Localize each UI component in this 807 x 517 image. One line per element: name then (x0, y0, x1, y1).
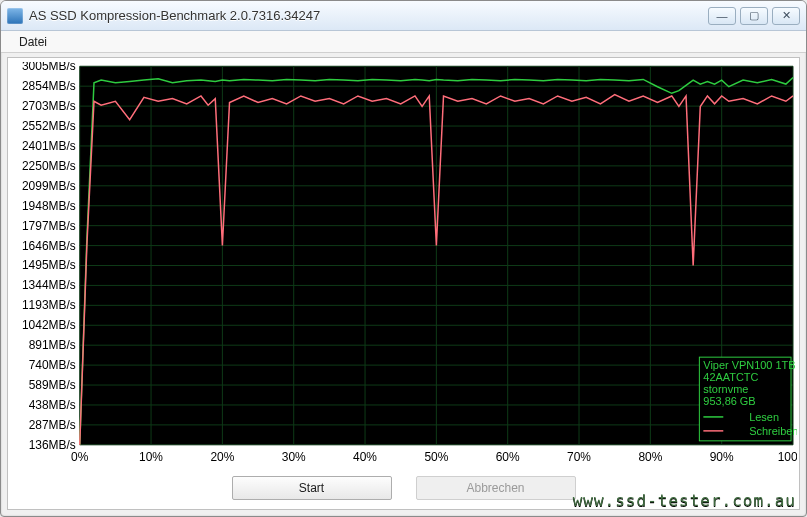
x-tick-label: 10% (139, 450, 163, 464)
y-tick-label: 891MB/s (29, 338, 76, 352)
y-tick-label: 136MB/s (29, 438, 76, 452)
abort-button: Abbrechen (416, 476, 576, 500)
content-panel: 3005MB/s2854MB/s2703MB/s2552MB/s2401MB/s… (7, 57, 800, 510)
x-tick-label: 60% (496, 450, 520, 464)
info-driver: stornvme (703, 383, 748, 395)
y-tick-label: 1042MB/s (22, 318, 76, 332)
window-title: AS SSD Kompression-Benchmark 2.0.7316.34… (29, 8, 708, 23)
info-box: Viper VPN100 1TB 42AATCTC stornvme 953,8… (699, 357, 797, 441)
compression-chart: 3005MB/s2854MB/s2703MB/s2552MB/s2401MB/s… (10, 62, 797, 471)
chart-area: 3005MB/s2854MB/s2703MB/s2552MB/s2401MB/s… (10, 62, 797, 471)
close-button[interactable]: ✕ (772, 7, 800, 25)
x-axis: 0%10%20%30%40%50%60%70%80%90%100% (71, 450, 797, 464)
y-tick-label: 1797MB/s (22, 219, 76, 233)
app-window: AS SSD Kompression-Benchmark 2.0.7316.34… (0, 0, 807, 517)
x-tick-label: 100% (778, 450, 797, 464)
y-tick-label: 1193MB/s (22, 298, 76, 312)
x-tick-label: 70% (567, 450, 591, 464)
y-tick-label: 438MB/s (29, 398, 76, 412)
y-tick-label: 1495MB/s (22, 258, 76, 272)
x-tick-label: 30% (282, 450, 306, 464)
y-tick-label: 287MB/s (29, 418, 76, 432)
info-model: Viper VPN100 1TB (703, 359, 795, 371)
y-tick-label: 2552MB/s (22, 119, 76, 133)
y-axis: 3005MB/s2854MB/s2703MB/s2552MB/s2401MB/s… (22, 62, 76, 452)
y-tick-label: 3005MB/s (22, 62, 76, 73)
y-tick-label: 2854MB/s (22, 79, 76, 93)
x-tick-label: 0% (71, 450, 89, 464)
y-tick-label: 2401MB/s (22, 139, 76, 153)
y-tick-label: 2099MB/s (22, 179, 76, 193)
y-tick-label: 1344MB/s (22, 278, 76, 292)
x-tick-label: 90% (710, 450, 734, 464)
y-tick-label: 589MB/s (29, 378, 76, 392)
x-tick-label: 20% (210, 450, 234, 464)
menubar: Datei (1, 31, 806, 53)
y-tick-label: 1948MB/s (22, 199, 76, 213)
window-controls: — ▢ ✕ (708, 7, 800, 25)
button-bar: Start Abbrechen (10, 471, 797, 505)
menu-datei[interactable]: Datei (11, 33, 55, 51)
x-tick-label: 40% (353, 450, 377, 464)
app-icon (7, 8, 23, 24)
minimize-button[interactable]: — (708, 7, 736, 25)
y-tick-label: 2250MB/s (22, 159, 76, 173)
y-tick-label: 1646MB/s (22, 239, 76, 253)
info-capacity: 953,86 GB (703, 395, 755, 407)
start-button[interactable]: Start (232, 476, 392, 500)
titlebar: AS SSD Kompression-Benchmark 2.0.7316.34… (1, 1, 806, 31)
legend-write: Schreiben (749, 425, 797, 437)
legend-read: Lesen (749, 411, 779, 423)
y-tick-label: 2703MB/s (22, 99, 76, 113)
maximize-button[interactable]: ▢ (740, 7, 768, 25)
y-tick-label: 740MB/s (29, 358, 76, 372)
x-tick-label: 80% (638, 450, 662, 464)
x-tick-label: 50% (424, 450, 448, 464)
info-fw: 42AATCTC (703, 371, 758, 383)
